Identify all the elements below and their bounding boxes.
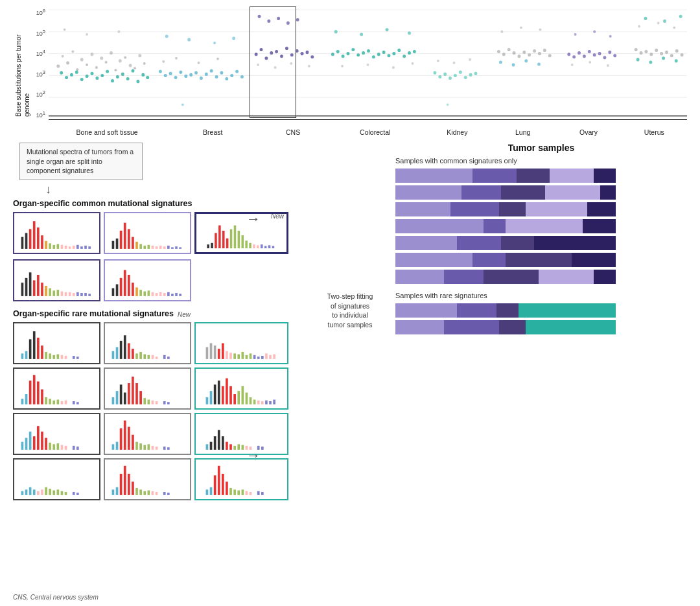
svg-rect-335 — [112, 397, 115, 404]
sig-cell-rare-new-3 — [194, 413, 288, 455]
svg-rect-269 — [159, 292, 162, 296]
bar-seg — [395, 202, 450, 216]
bar-seg — [457, 303, 496, 318]
svg-point-19 — [119, 59, 122, 62]
svg-rect-273 — [175, 293, 178, 296]
svg-rect-214 — [156, 246, 158, 249]
bar-seg — [395, 320, 444, 334]
svg-point-27 — [70, 73, 73, 76]
svg-rect-350 — [210, 391, 213, 404]
svg-point-145 — [537, 62, 541, 65]
bar-seg — [594, 169, 616, 183]
svg-rect-262 — [132, 283, 134, 296]
svg-point-30 — [86, 75, 89, 78]
svg-rect-189 — [37, 227, 40, 249]
bar-seg — [444, 270, 484, 284]
svg-rect-226 — [226, 239, 229, 248]
svg-rect-185 — [21, 237, 24, 249]
svg-point-82 — [305, 51, 309, 54]
x-axis-labels: Bone and soft tissue Breast CNS Colorect… — [49, 128, 687, 136]
svg-rect-449 — [257, 491, 260, 495]
svg-point-116 — [392, 66, 395, 69]
svg-point-77 — [280, 54, 283, 58]
svg-rect-370 — [33, 436, 36, 450]
y-tick-4: 104 — [36, 49, 45, 57]
svg-point-13 — [91, 52, 94, 56]
svg-point-53 — [194, 71, 198, 75]
svg-point-164 — [609, 35, 612, 38]
bar-seg — [506, 253, 572, 267]
svg-point-153 — [588, 50, 591, 53]
common-bar-3 — [395, 202, 616, 216]
svg-rect-205 — [120, 231, 122, 249]
svg-point-46 — [159, 70, 162, 73]
svg-rect-289 — [112, 351, 115, 359]
svg-point-140 — [543, 49, 546, 52]
svg-rect-235 — [261, 244, 263, 248]
sig-cell-rare-1 — [13, 322, 100, 364]
rare-bar-1 — [395, 303, 616, 318]
svg-point-115 — [367, 64, 369, 66]
svg-rect-231 — [245, 240, 248, 248]
svg-rect-254 — [80, 293, 83, 296]
svg-rect-294 — [132, 349, 134, 359]
mini-chart-rn2 — [196, 369, 287, 408]
svg-rect-291 — [120, 341, 122, 359]
svg-rect-382 — [116, 442, 119, 450]
bar-seg — [484, 270, 539, 284]
svg-rect-301 — [163, 355, 166, 359]
svg-rect-376 — [57, 443, 60, 450]
svg-rect-249 — [61, 292, 64, 296]
svg-rect-198 — [73, 246, 75, 249]
svg-point-14 — [95, 66, 98, 69]
svg-rect-379 — [73, 446, 75, 450]
bar-seg — [499, 320, 526, 334]
bar-seg — [461, 185, 501, 200]
svg-rect-400 — [226, 442, 228, 450]
svg-rect-437 — [206, 489, 209, 495]
svg-point-157 — [608, 51, 611, 54]
svg-point-131 — [497, 50, 500, 53]
svg-point-111 — [360, 32, 363, 36]
svg-point-44 — [86, 33, 88, 36]
svg-rect-371 — [37, 426, 40, 450]
svg-rect-354 — [226, 379, 228, 404]
svg-rect-266 — [148, 290, 150, 296]
svg-rect-277 — [29, 339, 32, 359]
svg-rect-197 — [69, 246, 71, 249]
svg-rect-444 — [233, 489, 236, 495]
svg-rect-445 — [237, 491, 240, 495]
svg-point-182 — [644, 17, 648, 20]
svg-point-76 — [275, 50, 278, 53]
svg-point-162 — [574, 33, 577, 36]
bar-seg — [550, 169, 594, 183]
y-tick-5: 105 — [36, 29, 45, 37]
svg-rect-349 — [206, 397, 209, 404]
svg-rect-448 — [250, 492, 252, 495]
svg-rect-322 — [25, 394, 28, 404]
svg-point-181 — [673, 27, 675, 29]
svg-point-65 — [213, 41, 216, 44]
svg-rect-391 — [152, 446, 154, 450]
bar-seg — [534, 236, 616, 250]
svg-rect-287 — [73, 356, 75, 359]
mini-chart-r4 — [105, 369, 190, 408]
svg-rect-199 — [76, 245, 79, 249]
svg-rect-321 — [21, 399, 24, 404]
svg-rect-263 — [135, 288, 138, 296]
svg-point-144 — [524, 59, 528, 62]
svg-point-56 — [210, 69, 213, 73]
mini-chart-r8 — [105, 460, 190, 499]
svg-point-33 — [100, 74, 104, 77]
bar-seg — [484, 219, 506, 233]
svg-point-171 — [665, 51, 668, 54]
y-axis-label: Base substitutions per tumor genome — [13, 13, 32, 117]
svg-rect-368 — [25, 438, 28, 450]
svg-rect-401 — [229, 444, 232, 450]
svg-point-51 — [184, 75, 187, 78]
svg-rect-439 — [214, 475, 216, 495]
rare-section: Organ-specific rare mutational signature… — [13, 307, 376, 500]
bar-seg — [450, 202, 499, 216]
svg-rect-389 — [143, 445, 146, 450]
svg-point-36 — [116, 75, 119, 78]
